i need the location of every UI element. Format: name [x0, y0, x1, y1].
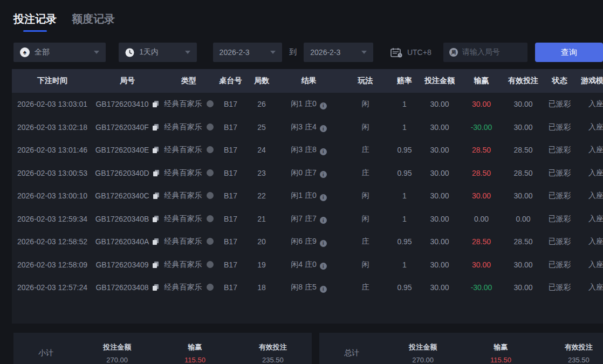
copy-icon[interactable]	[153, 124, 159, 131]
query-button[interactable]: 查询	[535, 43, 603, 62]
cell-result: 闲3 庄4i	[278, 116, 340, 139]
game-logo-icon	[207, 146, 214, 153]
table-row: 2026-02-03 12:59:34 GB172620340B 经典百家乐 B…	[12, 208, 603, 231]
cell-play-type: 闲	[340, 184, 391, 208]
game-logo-icon	[207, 123, 214, 131]
cell-table-no: B17	[216, 208, 245, 231]
game-type-text: 经典百家乐	[165, 237, 202, 245]
tab-betting-records-label: 投注记录	[13, 12, 57, 26]
cell-game-type: 经典百家乐	[162, 208, 216, 231]
cell-result: 闲4 庄0i	[278, 253, 340, 277]
cell-odds: 1	[391, 208, 418, 231]
cell-round-count: 23	[245, 162, 278, 185]
cell-game-mode: 入座	[574, 139, 603, 162]
date-from-value: 2026-2-3	[220, 48, 250, 57]
game-logo-icon	[207, 192, 214, 199]
active-tab-underline	[23, 30, 47, 32]
copy-icon[interactable]	[153, 193, 160, 200]
game-logo-icon	[207, 100, 214, 107]
copy-icon[interactable]	[153, 101, 159, 108]
round-number-input[interactable]: 局 请输入局号	[443, 43, 527, 62]
cell-bet-time: 2026-02-03 12:58:09	[12, 253, 93, 277]
cell-bet-amount: 30.00	[418, 230, 461, 253]
copy-icon[interactable]	[153, 216, 159, 223]
tab-betting-records[interactable]: 投注记录	[13, 12, 57, 32]
cell-odds: 1	[391, 253, 418, 277]
col-header-round-count: 局数	[245, 69, 278, 93]
col-header-game-mode: 游戏模式	[574, 69, 603, 93]
date-range-to-label: 到	[289, 47, 297, 57]
round-no-text: GB172620340D	[95, 169, 149, 177]
time-range-select[interactable]: 1天内	[119, 43, 196, 62]
cell-result: 闲1 庄0i	[278, 184, 340, 208]
cell-result: 闲8 庄5i	[278, 276, 340, 299]
total-valid-bet: 有效投注 235.50	[540, 342, 603, 364]
cell-bet-time: 2026-02-03 12:57:24	[12, 276, 93, 299]
game-type-select[interactable]: ♠ 全部	[13, 43, 106, 62]
round-no-text: GB172620340E	[95, 146, 149, 154]
cell-round-no: GB172620340E	[93, 139, 162, 162]
cell-table-no: B17	[216, 139, 245, 162]
col-header-play-type: 玩法	[340, 69, 391, 93]
game-type-value: 全部	[35, 47, 50, 57]
subtotal-win-loss: 输赢 115.50	[156, 342, 234, 364]
info-icon[interactable]: i	[320, 240, 327, 247]
chevron-down-icon	[185, 51, 190, 54]
col-header-round-no: 局号	[93, 69, 162, 93]
date-from-select[interactable]: 2026-2-3	[213, 43, 283, 62]
copy-icon[interactable]	[153, 262, 159, 269]
cell-game-mode: 入座	[574, 276, 603, 299]
cell-bet-time: 2026-02-03 12:59:34	[12, 208, 93, 231]
round-no-text: GB1726203408	[95, 283, 148, 292]
info-icon[interactable]: i	[320, 148, 327, 155]
cell-status: 已派彩	[545, 208, 574, 231]
cell-round-no: GB1726203408	[93, 276, 162, 299]
copy-icon[interactable]	[153, 147, 159, 154]
round-no-text: GB1726203410	[95, 100, 148, 108]
cell-bet-amount: 30.00	[418, 139, 461, 162]
copy-icon[interactable]	[153, 284, 159, 291]
tab-quota-records[interactable]: 额度记录	[72, 12, 115, 26]
cell-status: 已派彩	[545, 253, 574, 277]
cell-valid-bet: 30.00	[502, 116, 545, 139]
date-to-select[interactable]: 2026-2-3	[304, 43, 373, 62]
cell-game-type: 经典百家乐	[162, 276, 216, 299]
info-icon[interactable]: i	[320, 102, 327, 109]
cell-game-mode: 入座	[574, 253, 603, 277]
info-icon[interactable]: i	[320, 217, 327, 224]
info-icon[interactable]: i	[320, 263, 327, 270]
table-header-row: 下注时间 局号 类型 桌台号 局数 结果 玩法 赔率 投注金额 输赢 有效投注 …	[12, 69, 603, 93]
game-logo-icon	[207, 169, 214, 176]
cell-win-loss: -30.00	[461, 276, 502, 299]
date-to-value: 2026-2-3	[310, 48, 340, 57]
copy-icon[interactable]	[153, 238, 159, 245]
copy-icon[interactable]	[153, 170, 160, 177]
cell-odds: 1	[391, 184, 418, 208]
info-icon[interactable]: i	[320, 125, 327, 132]
cell-result: 闲0 庄7i	[278, 162, 340, 185]
game-type-text: 经典百家乐	[165, 122, 202, 131]
spade-icon: ♠	[20, 47, 30, 57]
cell-play-type: 闲	[340, 93, 391, 116]
cell-win-loss: 30.00	[461, 93, 502, 116]
cell-play-type: 庄	[340, 139, 391, 162]
cell-odds: 0.95	[391, 230, 418, 253]
subtotal-label: 小计	[13, 342, 78, 358]
cell-win-loss: 28.50	[461, 139, 502, 162]
cell-play-type: 庄	[340, 230, 391, 253]
cell-bet-amount: 30.00	[418, 162, 461, 185]
filter-bar: ♠ 全部 1天内 2026-2-3 到 2026-2-3	[13, 43, 603, 62]
cell-result: 闲1 庄0i	[278, 93, 340, 116]
round-number-placeholder: 请输入局号	[462, 47, 500, 57]
game-type-text: 经典百家乐	[165, 260, 202, 269]
info-icon[interactable]: i	[320, 171, 327, 178]
result-text: 闲0 庄7	[291, 168, 316, 177]
cell-round-no: GB172620340B	[93, 208, 162, 231]
info-icon[interactable]: i	[320, 286, 327, 293]
info-icon[interactable]: i	[320, 194, 327, 201]
cell-bet-time: 2026-02-03 13:00:53	[12, 162, 93, 185]
cell-result: 闲3 庄8i	[278, 139, 340, 162]
cell-win-loss: -30.00	[461, 116, 502, 139]
cell-status: 已派彩	[545, 139, 574, 162]
cell-game-mode: 入座	[574, 184, 603, 208]
